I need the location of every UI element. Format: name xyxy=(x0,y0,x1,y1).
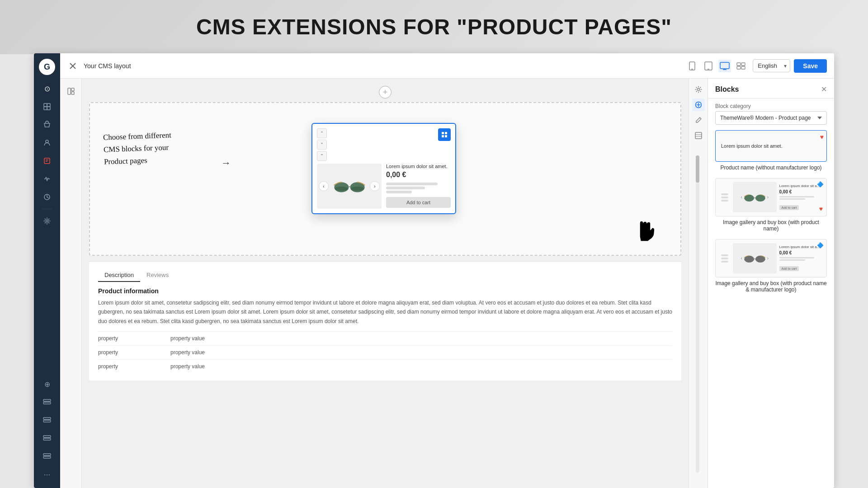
sidebar-item-t1[interactable] xyxy=(39,394,55,410)
popup-tool-2[interactable]: " xyxy=(317,140,327,150)
block-category-select[interactable]: ThemeWare® Modern - Product page xyxy=(715,111,827,125)
popup-prev[interactable]: ‹ xyxy=(319,181,329,191)
popup-tool-1[interactable]: " xyxy=(317,128,327,138)
popup-lines xyxy=(386,183,451,193)
block-heart-icon-2: ♥ xyxy=(819,205,823,212)
sidebar-item-products[interactable] xyxy=(39,117,55,133)
cursor-overlay xyxy=(631,214,658,248)
sidebar-item-more[interactable]: ··· xyxy=(39,466,55,483)
sidebar-item-dashboard[interactable]: ⊙ xyxy=(39,80,55,97)
product-info-section: Description Reviews Product information … xyxy=(89,261,681,380)
sidebar-item-pages[interactable] xyxy=(39,99,55,115)
sidebar-item-t3[interactable] xyxy=(39,430,55,446)
canvas-block: Choose from differentCMS blocks for your… xyxy=(89,102,681,256)
canvas-right-toolbar xyxy=(689,79,708,488)
svg-rect-24 xyxy=(720,62,729,69)
blocks-panel: Blocks ✕ Block category ThemeWare® Moder… xyxy=(708,79,834,488)
svg-rect-33 xyxy=(71,92,74,94)
sidebar-divider xyxy=(42,209,52,209)
toolbar-settings-icon[interactable] xyxy=(692,83,705,96)
product-info-text: Lorem ipsum dolor sit amet, consetetur s… xyxy=(98,298,672,326)
table-row: property property value xyxy=(98,331,672,345)
block-glasses-3 xyxy=(742,252,767,265)
sidebar-item-settings[interactable] xyxy=(39,213,55,229)
popup-line-2 xyxy=(386,187,425,189)
save-button[interactable]: Save xyxy=(794,59,827,73)
popup-next[interactable]: › xyxy=(370,181,380,191)
sidebar-item-t4[interactable] xyxy=(39,448,55,465)
toolbar-add-icon[interactable] xyxy=(692,99,705,111)
device-desktop[interactable] xyxy=(718,60,731,72)
popup-line-3 xyxy=(386,191,412,193)
svg-rect-3 xyxy=(47,107,50,110)
popup-add-to-cart[interactable]: Add to cart xyxy=(386,197,451,208)
svg-rect-15 xyxy=(43,438,51,440)
svg-point-4 xyxy=(46,140,48,143)
block-item-2[interactable]: 🔷 ‹ xyxy=(715,178,827,232)
tab-reviews[interactable]: Reviews xyxy=(140,269,175,282)
block-item-1[interactable]: Lorem ipsum dolor sit amet. ♥ Product na… xyxy=(715,130,827,171)
popup-toolbar: " " " xyxy=(317,128,327,161)
device-mobile[interactable] xyxy=(686,60,698,72)
left-sidebar: G ⊙ ⊕ xyxy=(34,53,60,488)
svg-rect-11 xyxy=(43,402,51,404)
block-preview-3: 🔷 ‹ xyxy=(715,239,827,277)
close-button[interactable] xyxy=(67,61,78,71)
block-preview-text-1: Lorem ipsum dolor sit amet. xyxy=(721,143,783,149)
svg-rect-10 xyxy=(43,399,51,401)
popup-tool-3[interactable]: " xyxy=(317,151,327,161)
toolbar-edit-icon[interactable] xyxy=(692,114,705,127)
block-blue-icon-3: 🔷 xyxy=(817,242,824,249)
annotation-arrow: → xyxy=(221,157,231,169)
annotation: Choose from differentCMS blocks for your… xyxy=(103,129,173,168)
block-label-2: Image gallery and buy box (with product … xyxy=(715,219,827,232)
canvas-block-inner: Choose from differentCMS blocks for your… xyxy=(90,103,680,239)
popup-product-title: Lorem ipsum dolor sit amet. xyxy=(386,164,451,169)
sidebar-item-marketing[interactable] xyxy=(39,171,55,187)
block-blue-icon-2: 🔷 xyxy=(817,181,824,188)
annotation-text: Choose from differentCMS blocks for your… xyxy=(103,129,173,168)
sidebar-item-customers[interactable] xyxy=(39,135,55,151)
canvas-area: + Choose from differentCMS blocks for yo… xyxy=(82,79,689,488)
popup-product-price: 0,00 € xyxy=(386,171,451,179)
scrollbar-track xyxy=(696,155,699,473)
svg-rect-2 xyxy=(44,107,47,110)
svg-rect-31 xyxy=(68,88,71,94)
properties-table: property property value property propert… xyxy=(98,331,672,373)
language-selector[interactable]: English German French xyxy=(753,59,790,72)
table-row: property property value xyxy=(98,345,672,359)
blocks-panel-title: Blocks xyxy=(715,85,739,94)
panel-layout-icon[interactable] xyxy=(64,84,78,99)
sidebar-item-t2[interactable] xyxy=(39,412,55,428)
popup-header: " " " xyxy=(317,128,451,161)
scrollbar-thumb[interactable] xyxy=(696,155,699,183)
block-glasses-2 xyxy=(742,191,767,204)
block-add-to-cart-3: Add to cart xyxy=(779,266,799,271)
svg-point-41 xyxy=(351,187,364,191)
language-select[interactable]: English German French xyxy=(753,59,790,72)
device-grid[interactable] xyxy=(735,60,747,72)
sunglasses-image xyxy=(331,177,368,195)
block-item-3[interactable]: 🔷 ‹ xyxy=(715,239,827,293)
sidebar-logo[interactable]: G xyxy=(39,59,55,75)
block-heart-icon-1: ♥ xyxy=(820,133,824,141)
sidebar-item-orders[interactable] xyxy=(39,153,55,169)
block-preview-1: Lorem ipsum dolor sit amet. ♥ xyxy=(715,130,827,162)
sidebar-item-automation[interactable] xyxy=(39,189,55,205)
popup-image: ‹ xyxy=(317,164,382,209)
svg-point-9 xyxy=(46,220,48,222)
add-section-button[interactable]: + xyxy=(379,86,392,99)
svg-rect-34 xyxy=(442,132,444,134)
device-tablet[interactable] xyxy=(702,60,715,72)
sidebar-item-analytics[interactable]: ⊕ xyxy=(39,376,55,392)
svg-rect-5 xyxy=(44,158,50,164)
prop-val-1: property value xyxy=(170,335,205,342)
tab-description[interactable]: Description xyxy=(98,269,140,282)
page-title: CMS EXTENSIONS FOR "PRODUCT PAGES" xyxy=(0,14,868,39)
blocks-panel-close[interactable]: ✕ xyxy=(821,85,827,94)
popup-content: ‹ xyxy=(317,164,451,209)
content-row: + Choose from differentCMS blocks for yo… xyxy=(60,79,834,488)
svg-rect-30 xyxy=(741,66,745,69)
toolbar-block-icon[interactable] xyxy=(692,129,705,142)
tabs-row: Description Reviews xyxy=(98,269,672,282)
